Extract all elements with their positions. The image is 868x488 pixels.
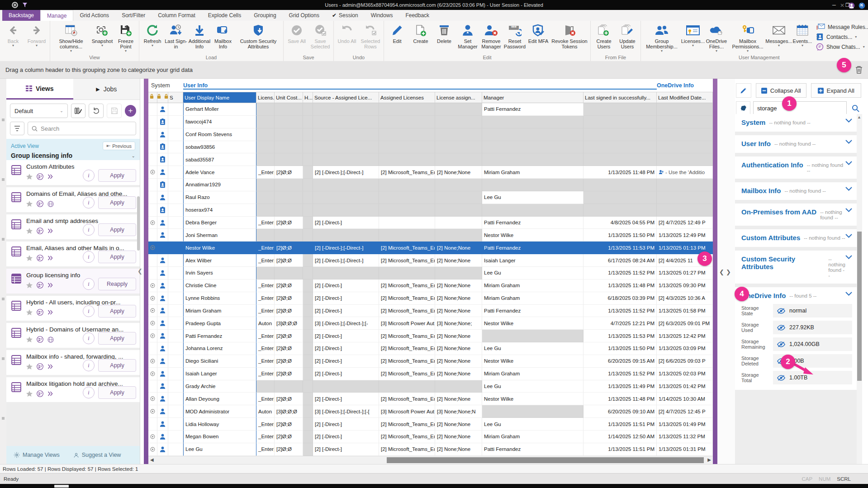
table-row[interactable]: Miriam Graham_Enter|[2]Ø;Ø[2] [-Direct-]…: [148, 305, 713, 317]
table-row[interactable]: Irvin SayersLee Gu1/13/2025 11:52 PM1/13…: [148, 267, 713, 280]
star-icon[interactable]: [26, 391, 33, 397]
user-display-name-cell[interactable]: Joni Sherman: [183, 229, 256, 242]
table-row[interactable]: Pradeep GuptaAuton[3]Ø;Ø;Ø[3] [-Direct-]…: [148, 317, 713, 330]
collapse-sidebar-handle[interactable]: ❮: [138, 268, 142, 275]
chevron-down-icon[interactable]: [845, 118, 852, 123]
user-display-name-cell[interactable]: Debra Berger: [183, 217, 256, 229]
tab-explode-cells[interactable]: Explode Cells: [202, 10, 247, 21]
user-display-name-cell[interactable]: Pradeep Gupta: [183, 317, 256, 330]
save-all-button[interactable]: Save All: [285, 22, 308, 44]
tab-session[interactable]: ✔Session: [326, 10, 365, 21]
views-scrollbar[interactable]: [137, 196, 140, 251]
views-search-input[interactable]: Search: [28, 122, 136, 135]
star-icon[interactable]: [26, 282, 33, 289]
create-users-button[interactable]: Create Users: [592, 22, 616, 49]
suggest-view-link[interactable]: Suggest a View: [73, 452, 121, 458]
table-row[interactable]: Allan Deyoung_Enter|[2]Ø;Ø[2] [-Direct-]…: [148, 393, 713, 405]
view-item[interactable]: Email, Aliases and other Mails in o...iA…: [6, 242, 140, 266]
scroll-right-icon[interactable]: ▶: [707, 457, 711, 462]
table-row[interactable]: Alex Wilber_Enter|[2]Ø;Ø[2] [-Direct-];[…: [148, 254, 713, 267]
pane-nav-arrows[interactable]: ❮❯: [719, 269, 733, 275]
update-users-button[interactable]: Update Users: [616, 22, 639, 49]
manage-views-link[interactable]: Manage Views: [14, 452, 60, 458]
view-item[interactable]: Email and smtp addressesiApply: [6, 214, 140, 239]
show-chats--button[interactable]: Show Chats...▾: [816, 43, 868, 51]
edit-mfa-button[interactable]: Edit MFA: [526, 22, 550, 44]
custom-security-attributes-button[interactable]: Custom Security Attributes: [235, 22, 282, 49]
chevron-down-icon[interactable]: [845, 292, 852, 296]
table-row[interactable]: fawocoj474: [148, 116, 713, 128]
maximize-button[interactable]: ❐: [841, 0, 854, 10]
table-row[interactable]: MOD AdministratorAuton[3]Ø;Ø;Ø[3] [-Dire…: [148, 405, 713, 418]
star-icon[interactable]: [26, 174, 33, 180]
star-icon[interactable]: [26, 201, 33, 207]
user-display-name-cell[interactable]: Lynne Robbins: [183, 292, 256, 305]
detail-scrollbar[interactable]: ▲: [857, 114, 862, 464]
info-icon[interactable]: i: [83, 224, 95, 236]
delete-button[interactable]: Delete: [432, 22, 456, 44]
create-button[interactable]: Create: [409, 22, 432, 44]
table-row[interactable]: Isaiah Langer_Enter|[2]Ø;Ø[2] [-Direct-]…: [148, 368, 713, 380]
attribute-search-icon[interactable]: [849, 102, 861, 114]
table-row[interactable]: Conf Room Stevens: [148, 128, 713, 141]
reset-view-button[interactable]: [89, 104, 104, 118]
table-row[interactable]: Nestor Wilke_Enter|[2]Ø;Ø[2] [-Direct-];…: [148, 242, 713, 254]
apply-view-button[interactable]: Apply: [98, 196, 136, 209]
message-rules--button[interactable]: Message Rules...▾: [816, 24, 868, 31]
column-header-s[interactable]: S: [168, 92, 183, 103]
user-display-name-cell[interactable]: Lidia Holloway: [183, 418, 256, 431]
user-display-name-cell[interactable]: Patti Fernandez: [183, 330, 256, 342]
edit-views-button[interactable]: [71, 104, 86, 118]
apply-view-button[interactable]: Apply: [98, 223, 136, 236]
table-row[interactable]: Diego Siciliani_Enter|[2]Ø;Ø[2] [-Direct…: [148, 355, 713, 368]
user-display-name-cell[interactable]: Nestor Wilke: [183, 242, 256, 254]
info-icon[interactable]: i: [83, 170, 95, 181]
user-display-name-cell[interactable]: Miriam Graham: [183, 305, 256, 317]
column-header-source-assigned-lice[interactable]: Source - Assigned Lice...: [313, 92, 379, 103]
table-row[interactable]: sobaw93856: [148, 141, 713, 154]
column-group-onedrive[interactable]: OneDrive Info: [657, 82, 713, 89]
quick-filter-icon[interactable]: [23, 3, 27, 7]
chevron-down-icon[interactable]: [845, 255, 852, 259]
show-hide-columns--button[interactable]: Show/Hide columns...▾: [52, 22, 90, 52]
star-icon[interactable]: [26, 336, 33, 343]
chevron-down-icon[interactable]: [845, 234, 852, 238]
table-row[interactable]: hoserax974: [148, 204, 713, 217]
user-display-name-cell[interactable]: Johanna Lorenz: [183, 342, 256, 355]
column-header-manager[interactable]: Manager: [482, 92, 583, 103]
column-group-user-info[interactable]: User Info: [183, 82, 657, 90]
table-row[interactable]: Lynne Robbins_Enter|[2]Ø;Ø[2] [-Direct-]…: [148, 292, 713, 305]
mailbox-info-button[interactable]: Mailbox Info: [211, 22, 235, 49]
column-header-user-display-name[interactable]: User Display Name: [183, 92, 256, 103]
table-row[interactable]: Raul RazoLee Gu: [148, 191, 713, 204]
user-display-name-cell[interactable]: Lee Gu: [183, 443, 256, 456]
info-icon[interactable]: i: [83, 197, 95, 208]
user-display-name-cell[interactable]: Gerhart Moller: [183, 103, 256, 116]
edit-button[interactable]: Edit: [385, 22, 409, 44]
freeze-point-button[interactable]: Freeze Point▾: [114, 22, 138, 52]
chevron-down-icon[interactable]: [845, 140, 852, 144]
hscroll-thumb[interactable]: [387, 457, 704, 463]
info-icon[interactable]: i: [83, 278, 95, 290]
user-display-name-cell[interactable]: Isaiah Langer: [183, 368, 256, 380]
collapse-all-button[interactable]: Collapse All: [756, 83, 806, 98]
scroll-up-icon[interactable]: ▲: [857, 115, 861, 119]
back-button[interactable]: Back▾: [1, 22, 25, 47]
table-row[interactable]: Megan Bowen_Enter|[2]Ø;Ø[2] [-Direct-][2…: [148, 431, 713, 443]
grid-hscrollbar[interactable]: ◀ ▶: [148, 456, 713, 464]
chevron-down-icon[interactable]: [845, 161, 852, 165]
info-icon[interactable]: i: [83, 251, 95, 263]
tab-backstage[interactable]: Backstage: [2, 10, 40, 21]
onedrive-files--button[interactable]: OneDrive Files...▾: [705, 22, 728, 52]
user-display-name-cell[interactable]: hoserax974: [183, 204, 256, 217]
view-item[interactable]: Domains of Email, Aliases and othe...iAp…: [6, 187, 140, 212]
selected-rows-button[interactable]: Selected Rows: [359, 22, 382, 49]
view-item[interactable]: Hybrid - All users, including on-pr...iA…: [6, 296, 140, 321]
table-row[interactable]: Johanna Lorenz_Enter|[2]Ø;Ø[2] [-Direct-…: [148, 342, 713, 355]
apply-view-button[interactable]: Apply: [98, 332, 136, 345]
table-row[interactable]: Joni ShermanNestor Wilke1/13/2025 11:50 …: [148, 229, 713, 242]
view-item[interactable]: Custom AttributesiApply: [6, 160, 140, 185]
eye-slash-icon[interactable]: [777, 341, 785, 347]
column-header-h[interactable]: H...: [303, 92, 313, 103]
user-display-name-cell[interactable]: Adele Vance: [183, 166, 256, 179]
